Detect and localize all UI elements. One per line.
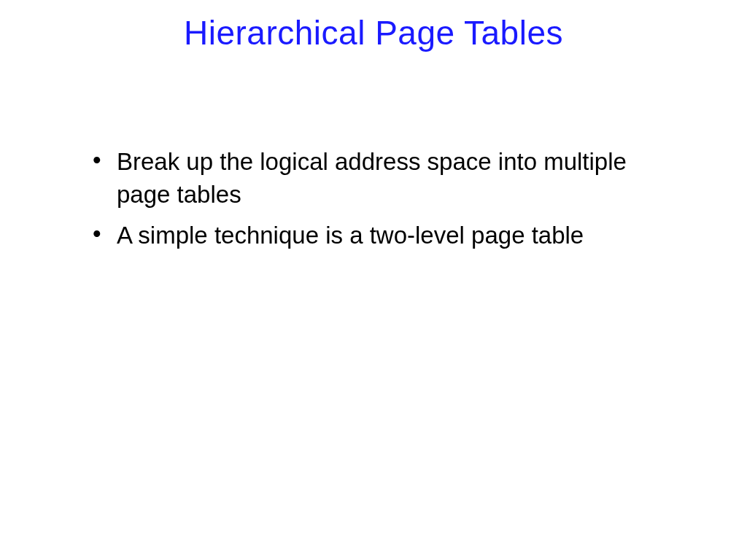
bullet-list: Break up the logical address space into … bbox=[91, 146, 674, 252]
bullet-item: Break up the logical address space into … bbox=[91, 146, 674, 211]
slide-title: Hierarchical Page Tables bbox=[0, 0, 747, 58]
slide-content: Break up the logical address space into … bbox=[0, 58, 747, 252]
slide-container: Hierarchical Page Tables Break up the lo… bbox=[0, 0, 747, 560]
bullet-item: A simple technique is a two-level page t… bbox=[91, 219, 674, 252]
